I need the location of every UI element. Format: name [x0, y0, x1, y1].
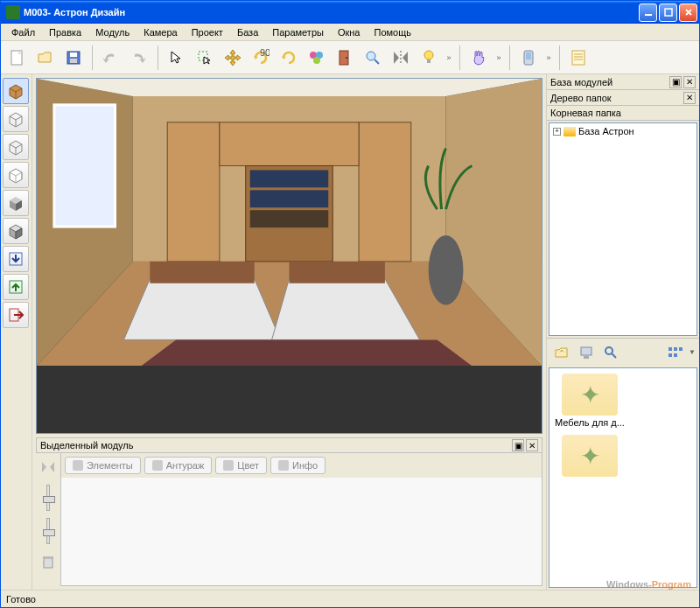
file-item[interactable]: ✦ Мебель для д...	[555, 374, 625, 428]
file-browser[interactable]: ✦ Мебель для д... ✦	[549, 367, 697, 588]
star-icon	[152, 460, 163, 471]
menu-windows[interactable]: Окна	[331, 25, 368, 39]
render-outline2-button[interactable]	[3, 134, 29, 160]
close-button[interactable]	[679, 3, 697, 22]
phone-button[interactable]	[515, 45, 542, 71]
move-button[interactable]	[220, 45, 246, 71]
close-icon	[684, 8, 693, 17]
mirror-button[interactable]	[388, 45, 414, 71]
select-button[interactable]	[164, 45, 190, 71]
menu-edit[interactable]: Правка	[42, 25, 88, 39]
panel-close-button[interactable]: ✕	[683, 92, 696, 104]
save-button[interactable]	[60, 45, 87, 71]
svg-rect-53	[668, 353, 672, 357]
palette-button[interactable]	[304, 45, 330, 71]
import-button[interactable]	[3, 246, 29, 272]
right-panel: База модулей ▣ ✕ Дерево папок ✕ Корневая…	[546, 74, 699, 590]
tab-entourage[interactable]: Антураж	[144, 457, 213, 474]
open-button[interactable]	[32, 45, 59, 71]
render-outline3-button[interactable]	[3, 162, 29, 188]
svg-text:90°: 90°	[260, 49, 270, 58]
minimize-icon	[644, 8, 653, 17]
select-rect-button[interactable]	[192, 45, 218, 71]
up-folder-button[interactable]	[550, 341, 573, 364]
rotate90-icon: 90°	[252, 49, 270, 66]
panel-dock-button[interactable]: ▣	[512, 439, 524, 451]
render-wood-button[interactable]	[3, 78, 29, 104]
3d-viewport[interactable]	[36, 78, 542, 434]
folder-tree-header[interactable]: Дерево папок ✕	[547, 90, 699, 106]
info-icon	[278, 460, 289, 471]
rotate-button[interactable]	[276, 45, 302, 71]
tab-info[interactable]: Инфо	[270, 457, 326, 474]
app-icon	[6, 5, 20, 19]
trash-button[interactable]	[38, 551, 59, 572]
render-shaded2-button[interactable]	[3, 218, 29, 244]
module-base-header[interactable]: База модулей ▣ ✕	[547, 74, 699, 90]
svg-marker-43	[141, 339, 472, 366]
folder-icon: ✦	[562, 435, 618, 477]
panel-dock-button[interactable]: ▣	[669, 76, 682, 88]
bulb-icon	[422, 49, 436, 66]
slider[interactable]	[46, 485, 50, 511]
undo-icon	[102, 51, 121, 65]
undo-button[interactable]	[98, 45, 124, 71]
tab-elements[interactable]: Элементы	[65, 457, 141, 474]
svg-rect-33	[359, 122, 411, 262]
zoom-button[interactable]	[360, 45, 386, 71]
panel-close-button[interactable]: ✕	[683, 76, 696, 88]
file-item[interactable]: ✦	[555, 435, 625, 479]
redo-button[interactable]	[126, 45, 152, 71]
computer-button[interactable]	[575, 341, 598, 364]
menu-base[interactable]: База	[230, 25, 265, 39]
svg-point-49	[606, 347, 612, 354]
new-doc-button[interactable]	[4, 45, 31, 71]
hand-icon	[471, 49, 486, 66]
import-down-icon	[7, 250, 24, 268]
select-icon	[169, 50, 185, 66]
svg-rect-38	[250, 210, 329, 227]
folder-tree[interactable]: + База Астрон	[549, 122, 697, 336]
exit-button[interactable]	[3, 302, 29, 328]
separator	[459, 45, 460, 70]
panel-close-button[interactable]: ✕	[526, 439, 538, 451]
tab-color[interactable]: Цвет	[215, 457, 267, 474]
door-button[interactable]	[332, 45, 358, 71]
menu-parameters[interactable]: Параметры	[265, 25, 331, 39]
bulb-button[interactable]	[416, 45, 442, 71]
toolbar-overflow[interactable]: »	[444, 45, 454, 71]
mirror-icon	[40, 459, 56, 475]
dropdown-icon[interactable]: ▼	[689, 348, 696, 356]
leaf-icon: ✦	[580, 442, 600, 471]
maximize-icon	[664, 8, 673, 17]
rotate90-button[interactable]: 90°	[248, 45, 274, 71]
menu-project[interactable]: Проект	[185, 25, 230, 39]
render-shaded-button[interactable]	[3, 190, 29, 216]
tree-item[interactable]: + База Астрон	[551, 125, 695, 137]
menu-module[interactable]: Модуль	[88, 25, 136, 39]
selected-module-header[interactable]: Выделенный модуль ▣ ✕	[36, 437, 542, 453]
sheet-button[interactable]	[565, 45, 592, 71]
menu-help[interactable]: Помощь	[367, 25, 418, 39]
view-mode-button[interactable]	[664, 341, 687, 364]
svg-rect-41	[150, 262, 254, 283]
toolbar-overflow[interactable]: »	[543, 45, 554, 71]
search-button[interactable]	[599, 341, 622, 364]
hand-button[interactable]	[466, 45, 492, 71]
slider[interactable]	[46, 518, 50, 544]
titlebar[interactable]: M003- Астрон Дизайн	[1, 1, 699, 24]
svg-rect-4	[70, 52, 77, 57]
export-button[interactable]	[3, 274, 29, 300]
watermark: Windows-Program	[606, 574, 691, 592]
minimize-button[interactable]	[639, 3, 657, 22]
maximize-button[interactable]	[659, 3, 677, 22]
render-outline-button[interactable]	[3, 106, 29, 132]
menu-file[interactable]: Файл	[4, 25, 42, 39]
mirror-small-button[interactable]	[38, 457, 59, 478]
toolbar-overflow[interactable]: »	[494, 45, 504, 71]
svg-rect-0	[645, 14, 652, 16]
menu-camera[interactable]: Камера	[136, 25, 184, 39]
room-render	[37, 79, 542, 366]
move-icon	[224, 49, 242, 66]
expand-icon[interactable]: +	[553, 128, 561, 136]
